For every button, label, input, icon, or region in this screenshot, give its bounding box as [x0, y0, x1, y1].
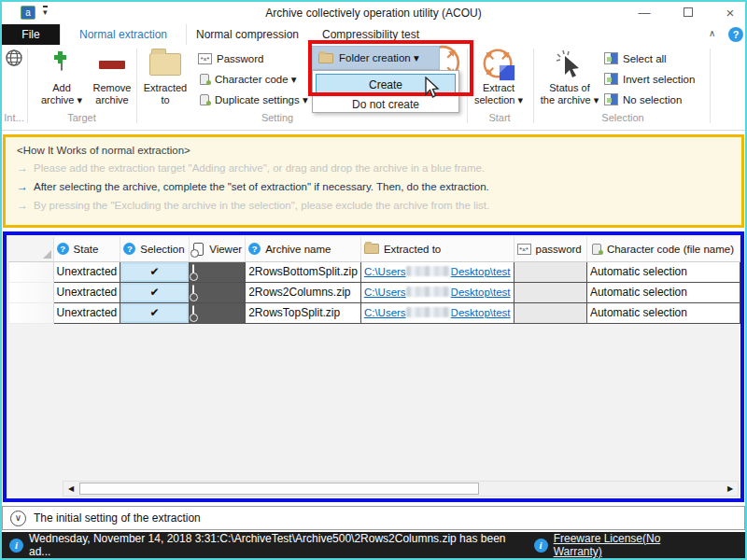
tab-compressibility-test[interactable]: Compressibility test: [308, 24, 433, 45]
expand-chevron-icon[interactable]: ∨: [10, 511, 26, 526]
password-cell[interactable]: [514, 302, 586, 323]
row-selector-header[interactable]: [9, 237, 54, 261]
row-selector-cell[interactable]: [9, 261, 54, 282]
character-code-button[interactable]: Character code ▾: [198, 71, 297, 87]
column-header-selection[interactable]: ?Selection: [120, 237, 190, 261]
password-icon: *×*: [517, 244, 531, 255]
archive-name-cell: 2Rows2Columns.zip: [246, 282, 361, 302]
group-label-int: Int...: [2, 112, 26, 123]
initial-setting-label: The initial setting of the extraction: [34, 511, 201, 525]
character-code-cell[interactable]: Automatic selection: [586, 302, 740, 323]
menu-item-do-not-create[interactable]: Do not create: [316, 96, 456, 112]
app-window: a ▾ Archive collectively operation utili…: [0, 0, 747, 560]
freeware-license-link[interactable]: Freeware License(No Warranty): [554, 532, 712, 558]
viewer-button[interactable]: [189, 302, 245, 323]
scrollbar-thumb[interactable]: [79, 483, 479, 495]
extracted-to-label-2: to: [161, 94, 169, 106]
collapse-ribbon-icon[interactable]: ∧: [709, 28, 715, 38]
extract-selection-icon: [481, 47, 516, 82]
select-all-label: Select all: [623, 53, 667, 64]
viewer-icon: [193, 243, 204, 256]
horizontal-scrollbar[interactable]: ◀ ▶: [63, 481, 739, 497]
info-icon: i: [534, 539, 548, 553]
add-archive-button[interactable]: Add archive ▾: [35, 47, 88, 106]
status-message: Wednesday, November 14, 2018 3:31:C:\Arc…: [29, 532, 529, 558]
duplicate-settings-icon: [198, 93, 210, 105]
tab-file[interactable]: File: [2, 24, 60, 45]
tab-normal-compression[interactable]: Normal compression: [187, 24, 308, 45]
group-label-target: Target: [28, 112, 135, 123]
archive-name-cell: 2RowsBottomSplit.zip: [246, 261, 361, 282]
help-icon: ?: [123, 243, 135, 255]
remove-archive-label-1: Remove: [93, 82, 132, 94]
password-button[interactable]: *×* Password: [198, 50, 264, 66]
status-of-archive-label-1: Status of: [549, 82, 589, 94]
duplicate-settings-label: Duplicate settings ▾: [215, 93, 308, 106]
password-icon: *×*: [198, 53, 212, 64]
redacted-username: [406, 307, 451, 317]
folder-creation-button[interactable]: Folder creation ▾: [312, 46, 440, 70]
column-header-extracted-to[interactable]: Extracted to: [360, 237, 514, 261]
tab-normal-extraction[interactable]: Normal extraction: [60, 24, 187, 45]
scroll-right-icon[interactable]: ▶: [723, 482, 738, 496]
extracted-to-link[interactable]: C:\UsersDesktop\test: [364, 287, 511, 298]
extracted-to-folder-icon: [149, 53, 181, 76]
how-it-works-step-1: → Please add the extraction target "Addi…: [17, 161, 730, 175]
no-selection-button[interactable]: No selection: [604, 91, 682, 107]
selection-checkbox[interactable]: ✔: [120, 261, 190, 282]
viewer-button[interactable]: [189, 261, 245, 282]
how-it-works-panel: <How It Works of normal extraction> → Pl…: [3, 134, 744, 228]
remove-archive-button[interactable]: Remove archive: [88, 47, 136, 106]
minimize-button[interactable]: —: [629, 3, 659, 22]
column-header-archive-name[interactable]: ?Archive name: [246, 237, 361, 261]
scroll-left-icon[interactable]: ◀: [63, 482, 78, 496]
archive-table: ?State ?Selection Viewer ?Archive name E…: [8, 237, 740, 324]
extract-selection-label-1: Extract: [483, 82, 514, 94]
password-cell[interactable]: [514, 282, 586, 302]
extracted-to-link[interactable]: C:\UsersDesktop\test: [364, 307, 511, 318]
character-code-cell[interactable]: Automatic selection: [586, 282, 740, 302]
initial-setting-bar[interactable]: ∨ The initial setting of the extraction: [2, 506, 745, 530]
extracted-to-cell: C:\UsersDesktop\test: [360, 302, 514, 323]
column-header-viewer[interactable]: Viewer: [189, 237, 245, 261]
maximize-icon: [684, 7, 693, 17]
internationalization-button[interactable]: [5, 49, 25, 71]
extracted-to-link[interactable]: C:\UsersDesktop\test: [364, 266, 511, 277]
viewer-icon: [192, 285, 194, 300]
add-archive-label-2: archive ▾: [41, 94, 82, 106]
maximize-button[interactable]: [673, 3, 703, 22]
remove-archive-icon: [99, 61, 125, 69]
group-separator: [467, 49, 468, 123]
viewer-button[interactable]: [189, 282, 245, 302]
folder-creation-menu: Create Do not create: [312, 70, 459, 113]
status-of-archive-icon: [555, 49, 585, 80]
character-code-cell[interactable]: Automatic selection: [586, 261, 740, 282]
password-cell[interactable]: [514, 261, 586, 282]
add-archive-icon: [61, 59, 63, 70]
extracted-to-button[interactable]: Extracted to: [139, 47, 191, 106]
state-cell: Unextracted: [53, 302, 120, 323]
invert-selection-icon: [604, 73, 618, 85]
extract-selection-button[interactable]: Extract selection ▾: [469, 47, 529, 106]
status-of-archive-button[interactable]: Status of the archive ▾: [540, 47, 599, 106]
selection-checkbox[interactable]: ✔: [120, 302, 190, 323]
menu-item-create[interactable]: Create: [316, 74, 456, 95]
close-button[interactable]: ×: [715, 3, 745, 22]
column-header-password[interactable]: *×*password: [514, 237, 586, 261]
select-all-button[interactable]: Select all: [604, 50, 667, 66]
row-selector-cell[interactable]: [9, 282, 54, 302]
help-icon[interactable]: ?: [728, 27, 743, 42]
character-code-icon: [590, 243, 602, 255]
status-of-archive-label-2: the archive ▾: [541, 94, 599, 106]
column-header-character-code[interactable]: Character code (file name): [586, 237, 740, 261]
column-header-state[interactable]: ?State: [53, 237, 120, 261]
invert-selection-button[interactable]: Invert selection: [604, 71, 695, 87]
selection-checkbox[interactable]: ✔: [120, 282, 190, 302]
title-bar: a ▾ Archive collectively operation utili…: [2, 2, 745, 24]
archive-name-cell: 2RowsTopSplit.zip: [246, 302, 361, 323]
duplicate-settings-button[interactable]: Duplicate settings ▾: [198, 91, 308, 107]
globe-icon: [5, 49, 23, 67]
character-code-icon: [198, 73, 210, 85]
row-selector-cell[interactable]: [9, 302, 54, 323]
arrow-icon: →: [17, 199, 28, 212]
